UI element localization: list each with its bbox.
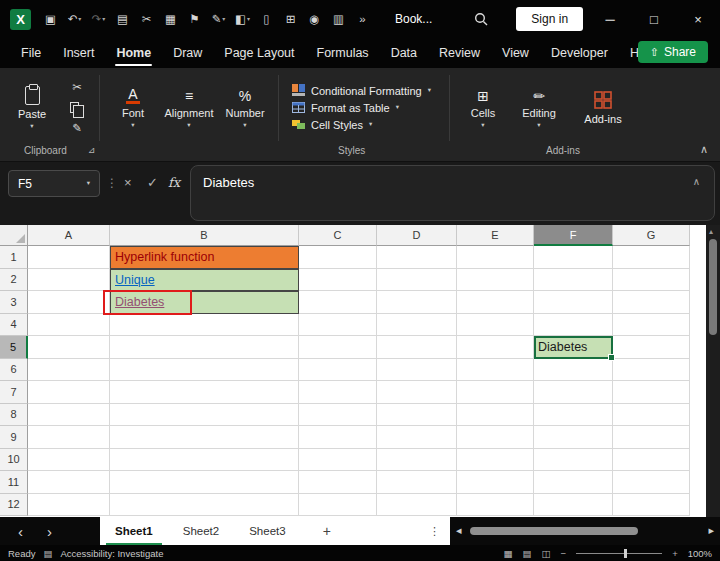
cell-D7[interactable] bbox=[377, 381, 457, 404]
row-header-3[interactable]: 3 bbox=[0, 291, 28, 314]
row-header-11[interactable]: 11 bbox=[0, 471, 28, 494]
row-header-7[interactable]: 7 bbox=[0, 381, 28, 404]
cell-E1[interactable] bbox=[457, 246, 534, 269]
print-icon[interactable]: ▤ bbox=[112, 8, 133, 30]
cell-B7[interactable] bbox=[110, 381, 299, 404]
vertical-scroll-thumb[interactable] bbox=[709, 239, 717, 335]
cell-D8[interactable] bbox=[377, 404, 457, 427]
cell-D10[interactable] bbox=[377, 449, 457, 472]
clipboard-dialog-launcher[interactable]: ⊿ bbox=[88, 145, 96, 155]
tab-file[interactable]: File bbox=[10, 38, 52, 68]
cell-C9[interactable] bbox=[299, 426, 377, 449]
zoom-out-button[interactable]: − bbox=[561, 548, 567, 559]
tab-review[interactable]: Review bbox=[428, 38, 491, 68]
cell-E10[interactable] bbox=[457, 449, 534, 472]
row-header-10[interactable]: 10 bbox=[0, 449, 28, 472]
cell-G9[interactable] bbox=[613, 426, 690, 449]
share-button[interactable]: ⇧ Share bbox=[638, 41, 708, 63]
formula-input[interactable]: Diabetes ∧ bbox=[190, 165, 715, 221]
cell-G11[interactable] bbox=[613, 471, 690, 494]
horizontal-scrollbar[interactable]: ◂ ▸ bbox=[450, 517, 720, 545]
prev-sheet-button[interactable]: ‹ bbox=[18, 523, 23, 540]
cell-F1[interactable] bbox=[534, 246, 613, 269]
column-header-D[interactable]: D bbox=[377, 225, 457, 246]
sheet-tab-sheet3[interactable]: Sheet3 bbox=[234, 517, 300, 545]
cell-A8[interactable] bbox=[28, 404, 110, 427]
cancel-entry-icon[interactable]: × bbox=[124, 175, 132, 190]
cell-E9[interactable] bbox=[457, 426, 534, 449]
cell-D12[interactable] bbox=[377, 494, 457, 517]
cell-A3[interactable] bbox=[28, 291, 110, 314]
cell-G2[interactable] bbox=[613, 269, 690, 292]
cell-D11[interactable] bbox=[377, 471, 457, 494]
copy-button[interactable]: ▾ bbox=[60, 102, 94, 113]
name-box[interactable]: F5 ▾ bbox=[8, 170, 100, 197]
cell-B10[interactable] bbox=[110, 449, 299, 472]
tab-draw[interactable]: Draw bbox=[162, 38, 213, 68]
cell-B3[interactable]: Diabetes bbox=[110, 291, 299, 314]
sheet-options-icon[interactable]: ⋮ bbox=[429, 517, 450, 545]
cell-B9[interactable] bbox=[110, 426, 299, 449]
cell-F3[interactable] bbox=[534, 291, 613, 314]
cell-C11[interactable] bbox=[299, 471, 377, 494]
row-header-1[interactable]: 1 bbox=[0, 246, 28, 269]
undo-button[interactable]: ↶▾ bbox=[64, 8, 85, 30]
cell-F6[interactable] bbox=[534, 359, 613, 382]
cell-C6[interactable] bbox=[299, 359, 377, 382]
cell-E8[interactable] bbox=[457, 404, 534, 427]
horizontal-scroll-thumb[interactable] bbox=[470, 527, 638, 535]
cell-F10[interactable] bbox=[534, 449, 613, 472]
cell-B1[interactable]: Hyperlink function bbox=[110, 246, 299, 269]
row-header-9[interactable]: 9 bbox=[0, 426, 28, 449]
confirm-entry-icon[interactable]: ✓ bbox=[147, 175, 158, 190]
row-header-8[interactable]: 8 bbox=[0, 404, 28, 427]
maximize-button[interactable]: □ bbox=[632, 0, 676, 38]
cell-E6[interactable] bbox=[457, 359, 534, 382]
cell-C8[interactable] bbox=[299, 404, 377, 427]
cell-D4[interactable] bbox=[377, 314, 457, 337]
next-sheet-button[interactable]: › bbox=[47, 523, 52, 540]
row-header-6[interactable]: 6 bbox=[0, 359, 28, 382]
cell-A4[interactable] bbox=[28, 314, 110, 337]
zoom-slider[interactable] bbox=[576, 553, 662, 554]
cell-E2[interactable] bbox=[457, 269, 534, 292]
zoom-level[interactable]: 100% bbox=[688, 548, 712, 559]
accessibility-status[interactable]: Accessibility: Investigate bbox=[60, 548, 163, 559]
column-header-F[interactable]: F bbox=[534, 225, 613, 246]
addins-button[interactable]: Add-ins bbox=[573, 91, 633, 125]
row-header-2[interactable]: 2 bbox=[0, 269, 28, 292]
cell-B2[interactable]: Unique bbox=[110, 269, 299, 292]
tab-insert[interactable]: Insert bbox=[52, 38, 105, 68]
save-icon[interactable]: ▣ bbox=[40, 8, 61, 30]
zoom-slider-handle[interactable] bbox=[624, 549, 627, 558]
cell-B8[interactable] bbox=[110, 404, 299, 427]
flag-icon[interactable]: ⚑ bbox=[184, 8, 205, 30]
sign-in-button[interactable]: Sign in bbox=[516, 7, 583, 31]
new-file-icon[interactable]: ▯ bbox=[256, 8, 277, 30]
scroll-up-icon[interactable]: ▴ bbox=[709, 227, 713, 236]
cell-C1[interactable] bbox=[299, 246, 377, 269]
tab-view[interactable]: View bbox=[491, 38, 540, 68]
page-layout-view-button[interactable]: ▤ bbox=[523, 548, 532, 559]
cell-A6[interactable] bbox=[28, 359, 110, 382]
toolbar-overflow-button[interactable]: » bbox=[352, 8, 373, 30]
cell-F9[interactable] bbox=[534, 426, 613, 449]
cell-E12[interactable] bbox=[457, 494, 534, 517]
cells-group-button[interactable]: ⊞ Cells ▾ bbox=[455, 86, 511, 129]
cell-E5[interactable] bbox=[457, 336, 534, 359]
column-header-G[interactable]: G bbox=[613, 225, 690, 246]
paste-button[interactable]: Paste ▾ bbox=[8, 86, 56, 130]
font-group-button[interactable]: A Font ▾ bbox=[105, 86, 161, 129]
cell-styles-button[interactable]: Cell Styles ▾ bbox=[292, 118, 444, 131]
page-break-view-button[interactable]: ◫ bbox=[542, 548, 551, 559]
cell-A12[interactable] bbox=[28, 494, 110, 517]
cell-A5[interactable] bbox=[28, 336, 110, 359]
cell-C12[interactable] bbox=[299, 494, 377, 517]
cell-B4[interactable] bbox=[110, 314, 299, 337]
cell-D2[interactable] bbox=[377, 269, 457, 292]
cell-G6[interactable] bbox=[613, 359, 690, 382]
cell-B5[interactable] bbox=[110, 336, 299, 359]
insert-function-button[interactable]: fx bbox=[168, 175, 180, 190]
cell-D1[interactable] bbox=[377, 246, 457, 269]
search-icon[interactable] bbox=[474, 12, 488, 26]
